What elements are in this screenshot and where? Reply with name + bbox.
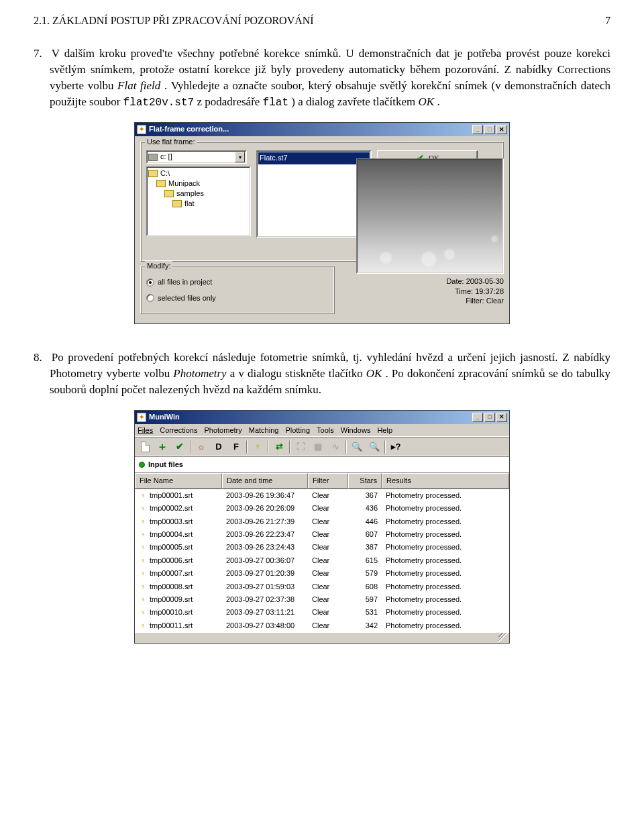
table-row[interactable]: ♀tmp00002.srt2003-09-26 20:26:09Clear436… — [135, 502, 509, 515]
minimize-button[interactable]: _ — [472, 125, 483, 134]
toolbar-d-button[interactable]: D — [211, 440, 226, 454]
dir-samples[interactable]: samples — [176, 189, 204, 199]
cell-filter: Clear — [308, 555, 348, 566]
new-file-icon — [141, 442, 150, 452]
cell-filter: Clear — [308, 529, 348, 540]
toolbar-curve-button[interactable]: ∿ — [328, 440, 343, 454]
menubar[interactable]: Files Corrections Photometry Matching Pl… — [135, 424, 509, 438]
bulb-icon: ♀ — [139, 608, 147, 617]
close-button[interactable]: ✕ — [496, 125, 507, 134]
table-row[interactable]: ♀tmp00010.srt2003-09-27 03:11:21Clear531… — [135, 606, 509, 619]
cell-datetime: 2003-09-26 19:36:47 — [222, 490, 308, 501]
table-row[interactable]: ♀tmp00011.srt2003-09-27 03:48:00Clear342… — [135, 619, 509, 632]
tab-input-files[interactable]: Input files — [135, 457, 509, 472]
folder-icon — [172, 200, 182, 207]
toolbar-chart2-button[interactable]: ▦ — [311, 440, 325, 454]
menu-files[interactable]: Files — [138, 425, 153, 436]
meta-filter: Filter: Clear — [340, 296, 504, 305]
menu-help[interactable]: Help — [377, 425, 392, 436]
table-row[interactable]: ♀tmp00006.srt2003-09-27 00:36:07Clear615… — [135, 554, 509, 567]
folder-icon — [156, 180, 166, 187]
letter-f-icon: F — [233, 441, 239, 453]
table-row[interactable]: ♀tmp00005.srt2003-09-26 23:24:43Clear387… — [135, 541, 509, 554]
col-filter[interactable]: Filter — [308, 473, 348, 489]
toolbar-help-button[interactable]: ▸? — [388, 440, 403, 454]
cell-results: Photometry processed. — [382, 555, 509, 566]
cell-filename: ♀tmp00004.srt — [135, 529, 222, 540]
folder-icon — [164, 190, 174, 197]
radio-icon — [146, 294, 154, 302]
toolbar-separator — [246, 440, 248, 454]
muniwin-window: ✦ MuniWin _ □ ✕ Files Corrections Photom… — [134, 410, 510, 644]
drive-select[interactable]: c: [] ▾ — [146, 150, 247, 164]
toolbar-bulb-button[interactable]: ♀ — [250, 440, 265, 454]
bulb-icon: ♀ — [139, 556, 147, 566]
menu-matching[interactable]: Matching — [249, 425, 279, 436]
menu-photometry[interactable]: Photometry — [204, 425, 241, 436]
maximize-button[interactable]: □ — [484, 125, 495, 134]
toolbar-separator — [190, 440, 191, 454]
col-datetime[interactable]: Date and time — [222, 473, 308, 489]
toolbar-add-button[interactable]: ＋ — [155, 440, 170, 454]
col-stars[interactable]: Stars — [348, 473, 382, 489]
cell-results: Photometry processed. — [382, 516, 509, 527]
menu-plotting[interactable]: Plotting — [285, 425, 310, 436]
toolbar-new-button[interactable] — [138, 440, 152, 454]
table-row[interactable]: ♀tmp00007.srt2003-09-27 01:20:39Clear579… — [135, 567, 509, 580]
bulb-icon: ♀ — [139, 491, 147, 501]
cell-filename: ♀tmp00011.srt — [135, 620, 222, 631]
table-row[interactable]: ♀tmp00008.srt2003-09-27 01:59:03Clear608… — [135, 580, 509, 593]
app-icon: ✦ — [137, 125, 146, 134]
menu-tools[interactable]: Tools — [317, 425, 334, 436]
table-row[interactable]: ♀tmp00001.srt2003-09-26 19:36:47Clear367… — [135, 489, 509, 502]
item8-text-c: a v dialogu stiskněte tlačítko — [230, 367, 366, 380]
dialog-titlebar[interactable]: ✦ Flat-frame correction... _ □ ✕ — [135, 123, 509, 136]
cell-filename: ♀tmp00001.srt — [135, 490, 222, 501]
arrows-icon: ⇄ — [276, 441, 283, 453]
cell-stars: 342 — [348, 620, 382, 631]
col-filename[interactable]: File Name — [135, 473, 222, 489]
cell-stars: 615 — [348, 555, 382, 566]
cell-filter: Clear — [308, 620, 348, 631]
dir-flat[interactable]: flat — [184, 199, 195, 209]
resize-grip-icon[interactable] — [498, 633, 508, 642]
menu-corrections[interactable]: Corrections — [160, 425, 197, 436]
table-header: File Name Date and time Filter Stars Res… — [135, 473, 509, 489]
table-row[interactable]: ♀tmp00003.srt2003-09-26 21:27:39Clear446… — [135, 515, 509, 528]
close-button[interactable]: ✕ — [496, 413, 507, 422]
toolbar-check-button[interactable]: ✔ — [172, 440, 187, 454]
cell-datetime: 2003-09-27 01:59:03 — [222, 581, 308, 593]
toolbar-zoomin-button[interactable]: 🔍 — [350, 440, 364, 454]
dir-munipack[interactable]: Munipack — [168, 179, 200, 189]
toolbar-chart1-button[interactable]: ⛶ — [293, 440, 308, 454]
directory-tree[interactable]: C:\ Munipack samples flat — [146, 166, 251, 236]
radio-all-files[interactable]: all files in project — [146, 277, 329, 287]
bulb-icon: ♀ — [139, 517, 147, 526]
chevron-down-icon[interactable]: ▾ — [235, 152, 245, 162]
maximize-button[interactable]: □ — [484, 413, 495, 422]
toolbar-separator — [289, 440, 290, 454]
group-legend-modify: Modify: — [145, 261, 172, 271]
table-row[interactable]: ♀tmp00009.srt2003-09-27 02:37:38Clear597… — [135, 593, 509, 606]
cell-stars: 446 — [348, 516, 382, 527]
radio-selected-files[interactable]: selected files only — [146, 293, 329, 303]
dir-root[interactable]: C:\ — [160, 168, 170, 179]
item7-filename: flat20v.st7 — [123, 97, 195, 109]
tab-label: Input files — [148, 460, 183, 470]
cell-results: Photometry processed. — [382, 607, 509, 618]
toolbar-zoomout-button[interactable]: 🔍 — [367, 440, 382, 454]
muniwin-titlebar[interactable]: ✦ MuniWin _ □ ✕ — [135, 411, 509, 424]
item7-text-e: z podadresáře — [197, 95, 262, 108]
item8-photometry: Photometry — [173, 367, 226, 380]
toolbar-settings-button[interactable]: ☼ — [194, 440, 209, 454]
table-row[interactable]: ♀tmp00004.srt2003-09-26 22:23:47Clear607… — [135, 528, 509, 541]
item7-text-g: ) a dialog zavřete tlačítkem — [291, 95, 418, 108]
app-icon: ✦ — [137, 413, 146, 422]
toolbar-match-button[interactable]: ⇄ — [272, 440, 286, 454]
minimize-button[interactable]: _ — [472, 413, 483, 422]
toolbar-f-button[interactable]: F — [229, 440, 244, 454]
col-results[interactable]: Results — [382, 473, 509, 489]
cell-datetime: 2003-09-27 02:37:38 — [222, 594, 308, 605]
menu-windows[interactable]: Windows — [341, 425, 371, 436]
radio-sel-label: selected files only — [158, 293, 216, 303]
